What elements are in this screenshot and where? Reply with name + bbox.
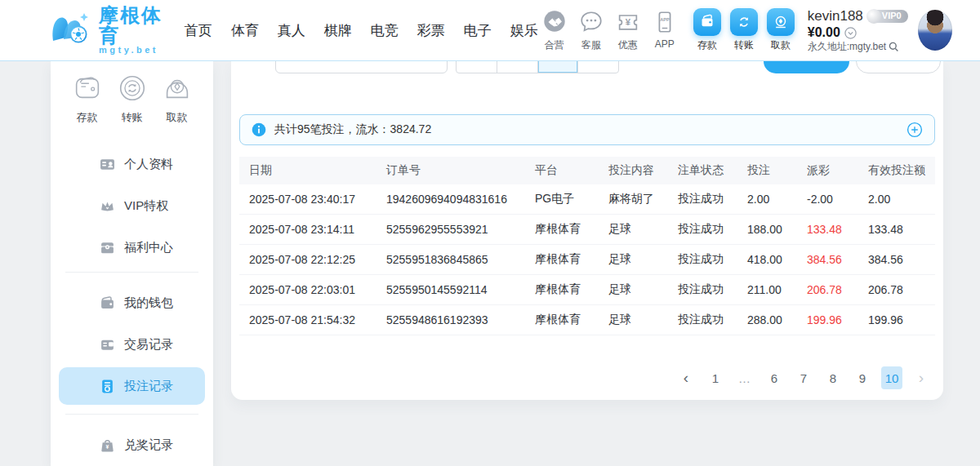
withdraw-outline-icon: [161, 72, 194, 107]
page-prev[interactable]: ‹: [675, 366, 697, 389]
cell-content: 足球: [599, 313, 668, 327]
col-platform: 平台: [525, 163, 599, 178]
wallet-actions: 存款 转账 取款: [693, 8, 795, 52]
search-icon[interactable]: [889, 42, 899, 52]
cell-status: 投注成功: [668, 313, 737, 327]
col-date: 日期: [239, 163, 376, 178]
support-link[interactable]: 客服: [575, 9, 608, 52]
cell-bet: 288.00: [737, 313, 797, 326]
cell-date: 2025-07-08 23:40:17: [239, 193, 376, 206]
summary-text: 共计95笔投注，流水：3824.72: [274, 122, 431, 137]
cell-content: 足球: [599, 282, 668, 297]
nav-slots[interactable]: 电子: [464, 21, 492, 40]
col-payout: 派彩: [797, 163, 858, 178]
sidebar-item-transactions[interactable]: 交易记录: [59, 326, 205, 363]
nav-live[interactable]: 真人: [278, 21, 305, 40]
cell-status: 投注成功: [668, 282, 737, 297]
sidebar-withdraw-button[interactable]: 取款: [158, 72, 197, 125]
cell-platform: 摩根体育: [525, 222, 599, 237]
nav-home[interactable]: 首页: [185, 21, 212, 40]
cell-payout: 384.56: [797, 253, 858, 266]
summary-bar: 共计95笔投注，流水：3824.72: [239, 114, 935, 145]
nav-esports[interactable]: 电竞: [371, 21, 399, 40]
partner-link[interactable]: 合营: [538, 9, 571, 52]
col-status: 注单状态: [668, 163, 737, 178]
username: kevin188: [808, 7, 863, 24]
cell-content: 足球: [599, 222, 668, 237]
quick-range-option-3[interactable]: [537, 61, 578, 73]
cell-platform: 摩根体育: [525, 313, 599, 327]
nav-sports[interactable]: 体育: [231, 21, 259, 40]
info-icon: [252, 122, 266, 137]
cell-order: 5255951836845865: [376, 253, 525, 266]
date-range-input[interactable]: [275, 61, 448, 73]
search-button[interactable]: [764, 61, 849, 73]
col-content: 投注内容: [599, 163, 668, 178]
sidebar-item-welfare[interactable]: 福利中心: [59, 229, 205, 266]
cell-order: 5255950145592114: [376, 283, 525, 296]
avatar[interactable]: [918, 10, 952, 51]
bet-records-panel: 共计95笔投注，流水：3824.72 日期 订单号 平台 投注内容 注单状态 投…: [231, 61, 943, 400]
transfer-button[interactable]: 转账: [730, 8, 758, 52]
cell-content: 麻将胡了: [599, 192, 668, 206]
nav-cards[interactable]: 棋牌: [324, 21, 352, 40]
app-icon: APP: [652, 9, 678, 38]
site-logo[interactable]: 摩根体育 mgty.bet: [49, 5, 163, 55]
balance: ¥0.00: [808, 24, 840, 41]
page-next[interactable]: ›: [911, 366, 932, 389]
coupon-icon: ¥: [615, 9, 641, 38]
page-9[interactable]: 9: [852, 366, 873, 389]
sidebar-transfer-button[interactable]: 转账: [113, 72, 152, 125]
treasure-icon: [100, 240, 115, 255]
chevron-down-icon[interactable]: [844, 27, 857, 39]
table-row: 2025-07-08 21:54:32 5255948616192393 摩根体…: [239, 305, 935, 335]
page-8[interactable]: 8: [822, 366, 844, 389]
sidebar-item-profile[interactable]: 个人资料: [59, 145, 205, 183]
sidebar-deposit-button[interactable]: 存款: [68, 72, 107, 125]
page-7[interactable]: 7: [793, 366, 814, 389]
nav-casino[interactable]: 娱乐: [510, 21, 538, 40]
cell-valid: 199.96: [858, 313, 935, 326]
cell-content: 足球: [599, 252, 668, 267]
nav-lottery[interactable]: 彩票: [417, 21, 445, 40]
app-link[interactable]: APP APP: [648, 9, 681, 52]
sidebar-item-wallet[interactable]: 我的钱包: [59, 284, 205, 322]
table-row: 2025-07-08 23:14:11 5255962955553921 摩根体…: [239, 215, 935, 245]
page-10-current[interactable]: 10: [881, 366, 902, 389]
deposit-button[interactable]: 存款: [693, 8, 721, 52]
sidebar-item-bet-records[interactable]: 投注记录: [59, 367, 205, 405]
transfer-icon: [730, 8, 758, 36]
bet-record-icon: [100, 379, 115, 394]
quick-range-option-4[interactable]: [577, 61, 618, 73]
page-6[interactable]: 6: [764, 366, 785, 389]
bet-table: 日期 订单号 平台 投注内容 注单状态 投注 派彩 有效投注额 2025-07-…: [239, 157, 935, 335]
sidebar-menu: 个人资料 VIP特权: [51, 125, 213, 464]
reset-button[interactable]: [856, 61, 941, 73]
table-row: 2025-07-08 22:03:01 5255950145592114 摩根体…: [239, 275, 935, 305]
cell-order: 5255948616192393: [376, 313, 525, 326]
cell-payout: 206.78: [797, 283, 858, 296]
page-1[interactable]: 1: [705, 366, 726, 389]
page-ellipsis[interactable]: …: [734, 366, 755, 389]
sidebar-item-redeem-records[interactable]: ¥ 兑奖记录: [59, 426, 205, 464]
main-nav: 首页 体育 真人 棋牌 电竞 彩票 电子 娱乐: [185, 21, 538, 40]
quick-range-segment-group: [456, 61, 619, 73]
gift-bag-icon: ¥: [100, 437, 115, 453]
quick-range-option-2[interactable]: [497, 61, 537, 73]
withdraw-button[interactable]: 取款: [767, 8, 795, 52]
sidebar-item-vip[interactable]: VIP特权: [59, 187, 205, 224]
cell-bet: 418.00: [737, 253, 797, 266]
col-bet: 投注: [737, 163, 797, 178]
filter-bar: [231, 61, 943, 74]
user-info: kevin188 VIP0 ¥0.00 永久地址:mgty.bet: [808, 7, 908, 53]
svg-text:APP: APP: [660, 17, 670, 22]
cell-status: 投注成功: [668, 192, 737, 206]
promo-link[interactable]: ¥ 优惠: [612, 9, 644, 52]
crown-icon: [100, 198, 115, 214]
quick-range-option-1[interactable]: [457, 61, 497, 73]
cell-status: 投注成功: [668, 252, 737, 267]
wallet-icon: [100, 295, 115, 311]
expand-plus-icon[interactable]: [906, 122, 923, 138]
cell-valid: 206.78: [858, 283, 935, 296]
cell-date: 2025-07-08 22:03:01: [239, 283, 376, 296]
